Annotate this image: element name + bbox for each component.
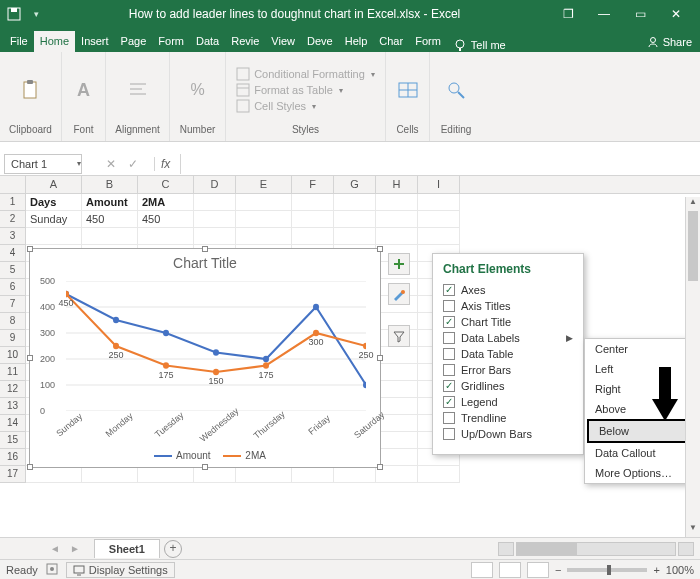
cell[interactable]: [236, 194, 292, 211]
row-header[interactable]: 1: [0, 194, 26, 211]
cell[interactable]: [418, 466, 460, 483]
tab-file[interactable]: File: [4, 31, 34, 52]
alignment-button[interactable]: [127, 79, 149, 101]
tell-me[interactable]: Tell me: [447, 38, 512, 52]
chart-element-item[interactable]: Up/Down Bars: [443, 426, 573, 442]
view-normal-button[interactable]: [471, 562, 493, 578]
col-header[interactable]: I: [418, 176, 460, 193]
cell[interactable]: 2MA: [138, 194, 194, 211]
share-button[interactable]: Share: [639, 32, 700, 52]
chart-title[interactable]: Chart Title: [30, 249, 380, 271]
zoom-out-button[interactable]: −: [555, 564, 561, 576]
zoom-level[interactable]: 100%: [666, 564, 694, 576]
cell-styles-button[interactable]: Cell Styles▾: [236, 99, 375, 113]
sheet-tab[interactable]: Sheet1: [94, 539, 160, 558]
editing-button[interactable]: [445, 79, 467, 101]
new-sheet-button[interactable]: +: [164, 540, 182, 558]
formula-input[interactable]: [180, 154, 700, 174]
cancel-icon[interactable]: ✕: [106, 157, 120, 171]
checkbox[interactable]: [443, 300, 455, 312]
col-header[interactable]: B: [82, 176, 138, 193]
macro-record-icon[interactable]: [46, 563, 58, 577]
cell[interactable]: [418, 194, 460, 211]
select-all-corner[interactable]: [0, 176, 26, 193]
checkbox[interactable]: [443, 332, 455, 344]
tab-home[interactable]: Home: [34, 31, 75, 52]
row-header[interactable]: 9: [0, 330, 26, 347]
view-page-layout-button[interactable]: [499, 562, 521, 578]
col-header[interactable]: C: [138, 176, 194, 193]
row-header[interactable]: 16: [0, 449, 26, 466]
cell[interactable]: [334, 211, 376, 228]
col-header[interactable]: H: [376, 176, 418, 193]
checkbox[interactable]: [443, 348, 455, 360]
maximize-button[interactable]: ▭: [622, 7, 658, 21]
cell[interactable]: [376, 432, 418, 449]
view-page-break-button[interactable]: [527, 562, 549, 578]
submenu-item-center[interactable]: Center: [585, 339, 691, 359]
checkbox[interactable]: ✓: [443, 316, 455, 328]
tab-data[interactable]: Data: [190, 31, 225, 52]
cell[interactable]: [138, 228, 194, 245]
display-settings-button[interactable]: Display Settings: [66, 562, 175, 578]
tab-review[interactable]: Revie: [225, 31, 265, 52]
hscroll-left[interactable]: [498, 542, 514, 556]
cell[interactable]: 450: [138, 211, 194, 228]
checkbox[interactable]: ✓: [443, 380, 455, 392]
chart-element-item[interactable]: Error Bars: [443, 362, 573, 378]
chart-element-item[interactable]: Axis Titles: [443, 298, 573, 314]
checkbox[interactable]: [443, 412, 455, 424]
cell[interactable]: [418, 211, 460, 228]
col-header[interactable]: G: [334, 176, 376, 193]
chart-styles-button[interactable]: [388, 283, 410, 305]
cell[interactable]: [376, 364, 418, 381]
cell[interactable]: [376, 211, 418, 228]
col-header[interactable]: E: [236, 176, 292, 193]
chart-element-item[interactable]: Trendline: [443, 410, 573, 426]
row-header[interactable]: 12: [0, 381, 26, 398]
cell[interactable]: [194, 228, 236, 245]
chart-element-item[interactable]: Data Labels▶: [443, 330, 573, 346]
sheet-nav-next-icon[interactable]: ►: [70, 543, 80, 554]
number-button[interactable]: %: [190, 81, 204, 99]
fx-icon[interactable]: fx: [154, 157, 176, 171]
tab-page[interactable]: Page: [115, 31, 153, 52]
cell[interactable]: [82, 228, 138, 245]
cell[interactable]: Amount: [82, 194, 138, 211]
cell[interactable]: [138, 466, 194, 483]
zoom-in-button[interactable]: +: [653, 564, 659, 576]
chart-elements-button[interactable]: [388, 253, 410, 275]
tab-developer[interactable]: Deve: [301, 31, 339, 52]
row-header[interactable]: 2: [0, 211, 26, 228]
cell[interactable]: [236, 211, 292, 228]
row-header[interactable]: 15: [0, 432, 26, 449]
cell[interactable]: [376, 228, 418, 245]
tab-insert[interactable]: Insert: [75, 31, 115, 52]
cell[interactable]: [376, 194, 418, 211]
col-header[interactable]: D: [194, 176, 236, 193]
cell[interactable]: Sunday: [26, 211, 82, 228]
cell[interactable]: [292, 211, 334, 228]
col-header[interactable]: A: [26, 176, 82, 193]
cell[interactable]: [334, 194, 376, 211]
col-header[interactable]: F: [292, 176, 334, 193]
row-header[interactable]: 6: [0, 279, 26, 296]
cells-button[interactable]: [397, 79, 419, 101]
hscroll-track[interactable]: [516, 542, 676, 556]
row-header[interactable]: 8: [0, 313, 26, 330]
cell[interactable]: [82, 466, 138, 483]
cell[interactable]: 450: [82, 211, 138, 228]
conditional-formatting-button[interactable]: Conditional Formatting▾: [236, 67, 375, 81]
row-header[interactable]: 3: [0, 228, 26, 245]
chart-legend[interactable]: Amount 2MA: [30, 450, 380, 461]
row-header[interactable]: 14: [0, 415, 26, 432]
checkbox[interactable]: ✓: [443, 396, 455, 408]
cell[interactable]: [334, 228, 376, 245]
close-button[interactable]: ✕: [658, 7, 694, 21]
submenu-item-more-options-[interactable]: More Options…: [585, 463, 691, 483]
minimize-button[interactable]: —: [586, 7, 622, 21]
chart-element-item[interactable]: Data Table: [443, 346, 573, 362]
cell[interactable]: [376, 381, 418, 398]
cell[interactable]: [236, 466, 292, 483]
row-header[interactable]: 11: [0, 364, 26, 381]
